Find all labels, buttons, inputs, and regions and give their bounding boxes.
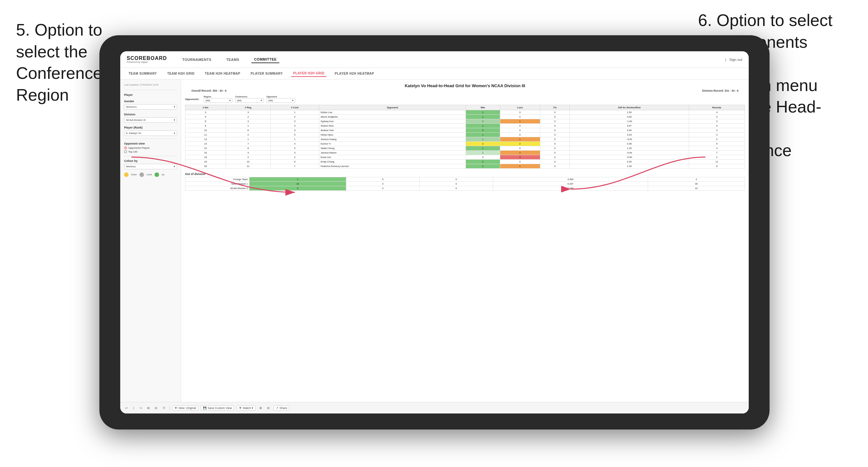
table-cell: 1 [466,137,500,142]
col-win: Win [466,105,500,110]
table-cell: -1.00 [570,119,689,124]
undo-button[interactable]: ↩ [124,406,129,410]
table-cell: 3 [226,110,270,115]
copy-button[interactable]: ⊞ [146,406,151,410]
table-cell: 4 [270,124,319,128]
header-right: | Sign out [725,58,742,62]
table-row: 1474Eunice Yi2200.389 [185,142,745,146]
table-cell: 3 [689,124,745,128]
table-cell: 7 [270,164,319,168]
paste-button[interactable]: ⊟ [154,406,159,410]
color-dot-up [155,173,159,177]
eye-icon: 👁 [175,406,177,410]
table-cell: Federica Domecq Lacroze [319,164,466,168]
radio-opponents-played[interactable]: Opponents Played [124,147,177,149]
colour-by-dropdown[interactable]: Win/loss ▾ [124,164,177,169]
nav-teams[interactable]: TEAMS [223,56,242,63]
sub-nav-team-h2h-grid[interactable]: TEAM H2H GRID [165,70,196,76]
radio-dot-selected [124,147,127,149]
redo-button[interactable]: ↪ [138,406,143,410]
opponent-filter-dropdown[interactable]: (All) ▾ [267,98,295,103]
sub-nav-player-h2h-heatmap[interactable]: PLAYER H2H HEATMAP [333,70,376,76]
table-row: 522Alexis Sudjianto1004.003 [185,115,745,119]
sub-nav-player-summary[interactable]: PLAYER SUMMARY [248,70,285,76]
table-cell: -0.94 [570,151,689,155]
table-cell: 1 [226,124,270,128]
sign-out-link[interactable]: Sign out [730,58,742,62]
nav-tournaments[interactable]: TOURNAMENTS [180,56,214,63]
step-back-button[interactable]: ⟨ [132,406,136,410]
player-rank-label: Player (Rank) [124,126,177,129]
table-cell: 1.25 [570,146,689,151]
ood-table-row: NCAA Division 25007.40010 [185,186,745,191]
sub-nav-team-h2h-heatmap[interactable]: TEAM H2H HEATMAP [203,70,242,76]
table-cell: Jessica Mason [319,151,466,155]
logo-sub: Powered by clippd [127,61,167,63]
table-cell: 3.33 [570,133,689,137]
save-custom-view-button[interactable]: 💾 Save Custom View [201,405,234,411]
chevron-down-icon: ▾ [174,105,175,108]
grid-icon: ⊞ [258,406,263,410]
chevron-down-icon-4: ▾ [174,165,175,168]
left-panel: Last Updated: 27/03/2024 14:04 Player Ge… [120,80,181,413]
table-cell: 1 [466,133,500,137]
color-dot-down [124,173,129,177]
tablet-screen: SCOREBOARD Powered by clippd TOURNAMENTS… [120,51,749,413]
share-button[interactable]: ↗ Share [274,405,289,411]
table-cell: 2 [226,155,270,160]
sub-nav-team-summary[interactable]: TEAM SUMMARY [127,70,159,76]
col-conf: # Conf [270,105,319,110]
radio-top100[interactable]: Top 100 [124,150,177,153]
division-record: Division Record: 331 - 34 - 6 [702,89,739,92]
out-of-division-label: Out of division [185,173,745,176]
region-filter-value: (All) [206,99,210,102]
nav-committee[interactable]: COMMITTEE [251,56,279,63]
table-cell: 4 [689,146,745,151]
view-original-button[interactable]: 👁 View: Original [172,405,198,411]
region-filter-dropdown[interactable]: (All) ▾ [204,98,232,103]
conference-filter-dropdown[interactable]: (All) ▾ [235,98,264,103]
ood-cell: 4.500 [493,177,648,182]
ood-cell: NCAA Division 2 [185,186,249,191]
table-cell: 0 [500,133,540,137]
table-cell: 1 [466,110,500,115]
table-cell: 0 [540,164,570,168]
table-cell: 3 [185,110,226,115]
division-dropdown[interactable]: NCAA Division III ▾ [124,117,177,123]
player-rank-dropdown[interactable]: 8. Katelyn Vo ▾ [124,130,177,136]
ood-table-row: Foreign Team1004.5002 [185,177,745,182]
colour-by-value: Win/loss [126,165,136,168]
table-cell: 1 [466,146,500,151]
table-cell: 7 [226,142,270,146]
table-cell: 3 [689,115,745,119]
clock-icon: ⏱ [161,406,167,410]
table-cell: 0 [500,128,540,133]
color-label-level: Level [147,174,152,176]
table-row: 914Sharon Mun1003.673 [185,124,745,128]
table-cell: 10 [185,128,226,133]
table-cell: 11 [185,133,226,137]
table-cell: 0.38 [570,142,689,146]
table-cell: 0 [466,155,500,160]
table-cell: 0 [540,151,570,155]
table-cell: 3.67 [570,124,689,128]
table-row: 1585Stella Cheng1001.254 [185,146,745,151]
gender-dropdown[interactable]: Women's ▾ [124,104,177,110]
logo-area: SCOREBOARD Powered by clippd [127,56,167,63]
watch-button[interactable]: 👁 Watch ▾ [237,405,255,411]
save-icon: 💾 [203,406,207,410]
table-cell: 6 [270,160,319,164]
layout-icon: ⊟ [266,406,271,410]
table-cell: -5.00 [570,155,689,160]
table-cell: 20 [185,164,226,168]
table-cell: 1.33 [570,164,689,168]
table-cell: Stella Cheng [319,146,466,151]
sub-nav-player-h2h-grid[interactable]: PLAYER H2H GRID [291,70,327,77]
table-cell: 6 [226,128,270,133]
table-cell: 0 [540,137,570,142]
conference-filter-value: (All) [237,99,242,102]
table-cell: 2 [466,142,500,146]
table-cell: 2 [270,155,319,160]
table-cell: 14 [185,142,226,146]
table-cell: 19 [185,160,226,164]
